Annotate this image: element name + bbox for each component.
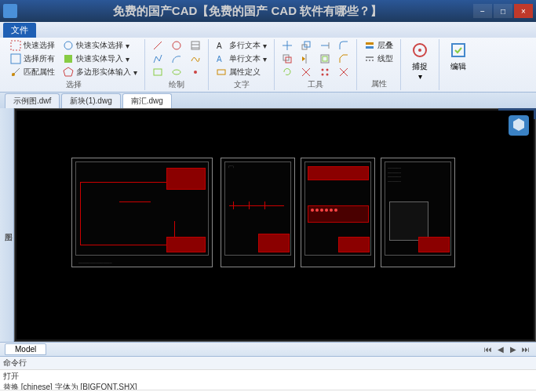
drawing-sheet: ┌─┐ [221,158,295,267]
quick-select-button[interactable]: 快速选择 [8,39,57,52]
svg-rect-7 [154,69,162,75]
close-button[interactable]: × [514,4,533,18]
ribbon-group-draw: 绘制 [145,39,209,90]
polygon-entity-input-button[interactable]: 多边形实体输入▾ [60,66,140,78]
drawing-sheet [301,158,375,267]
quick-entity-import-button[interactable]: 快速实体导入▾ [60,53,140,65]
hatch-tool[interactable] [188,39,203,52]
svg-point-28 [326,69,329,71]
ribbon-group-edit: 编辑 [439,39,477,90]
rect-tool[interactable] [150,66,166,78]
svg-point-13 [194,71,197,74]
model-tab[interactable]: Model [5,343,46,355]
svg-rect-4 [64,55,72,63]
svg-point-8 [173,42,180,49]
ribbon: 快速选择 选择所有 匹配属性 快速实体选择▾ 快速实体导入▾ 多边形实体输入▾ … [0,38,536,93]
svg-point-29 [322,74,324,76]
command-log: 打开 替换 [chinese] 字体为 [BIGFONT.SHX] [0,369,536,390]
svg-rect-32 [366,46,374,49]
command-header: 命令行 [0,357,536,369]
ribbon-group-label: 选择 [8,78,140,91]
drawing-canvas[interactable]: ─────────────── ┌─┐ [16,111,534,339]
doc-tab-active[interactable]: 南汇.dwg [122,93,172,108]
match-props-button[interactable]: 匹配属性 [8,66,57,78]
svg-line-6 [154,42,162,49]
svg-text:A: A [217,55,222,64]
svg-rect-16 [217,70,225,74]
copy-tool[interactable] [279,53,295,65]
scale-tool[interactable] [298,39,314,52]
ribbon-group-tools: 工具 [275,39,357,90]
spline-tool[interactable] [188,53,203,65]
model-layout-tabs: Model ⏮ ◀ ▶ ⏭ [0,342,536,356]
window-title: 免费的国产CAD【免费的国产 CAD 软件有哪些？】 [22,4,473,19]
workspace: 图层 左侧栏 − ❐ × ─────────────── [0,108,536,342]
edit-button[interactable]: 编辑 [444,39,472,74]
ellipse-tool[interactable] [169,66,184,78]
snap-button[interactable]: 捕捉▾ [406,39,434,82]
ribbon-group-label: 绘制 [150,78,203,91]
side-panel[interactable]: 图层 左侧栏 [0,108,14,342]
ribbon-group-snap: 捕捉▾ [401,39,439,90]
mtext-button[interactable]: A多行文本▾ [213,39,269,52]
drawing-sheet: ──────────────────────── [381,158,455,267]
viewcube-icon[interactable] [509,115,529,136]
array-tool[interactable] [317,66,333,78]
ribbon-group-label: 文字 [213,78,269,91]
point-tool[interactable] [188,66,203,78]
ribbon-group-props: 层叠 线型 属性 [357,39,401,90]
text-button[interactable]: A单行文本▾ [213,53,269,65]
menubar: 文件 [0,22,536,38]
ribbon-group-text: A多行文本▾ A单行文本▾ 属性定义 文字 [209,39,275,90]
tab-nav-next[interactable]: ▶ [508,344,519,355]
linetype-button[interactable]: 线型 [362,53,396,65]
titlebar: 免费的国产CAD【免费的国产 CAD 软件有哪些？】 − □ × [0,0,536,22]
svg-point-3 [64,42,72,49]
ribbon-group-label: 工具 [279,78,352,91]
app-logo [3,4,17,18]
svg-text:A: A [217,42,222,50]
svg-point-2 [12,73,15,76]
svg-point-27 [322,69,324,71]
svg-rect-31 [366,42,374,45]
quick-entity-select-button[interactable]: 快速实体选择▾ [60,39,140,52]
chamfer-tool[interactable] [336,53,352,65]
tab-nav: ⏮ ◀ ▶ ⏭ [483,344,531,355]
offset-tool[interactable] [317,53,333,65]
rotate-tool[interactable] [279,66,295,78]
command-area: 命令行 打开 替换 [chinese] 字体为 [BIGFONT.SHX] 命令… [0,356,536,392]
layers-button[interactable]: 层叠 [362,39,396,52]
doc-tab[interactable]: 示例图.dwf [5,93,60,108]
line-tool[interactable] [150,39,166,52]
log-line: 替换 [chinese] 字体为 [BIGFONT.SHX] [3,382,533,390]
tab-nav-first[interactable]: ⏮ [483,344,494,355]
arc-tool[interactable] [169,53,184,65]
tab-nav-prev[interactable]: ◀ [495,344,506,355]
file-menu-tab[interactable]: 文件 [3,23,36,38]
drawing-sheet: ─────────────── [71,158,213,267]
maximize-button[interactable]: □ [494,4,512,18]
doc-tab[interactable]: 新块(1).dwg [61,93,120,108]
svg-point-30 [326,74,329,76]
svg-rect-1 [11,54,20,64]
fillet-tool[interactable] [336,39,352,52]
circle-tool[interactable] [169,39,184,52]
document-tabs: 示例图.dwf 新块(1).dwg 南汇.dwg [0,93,536,108]
ribbon-group-label: 属性 [362,78,396,90]
minimize-button[interactable]: − [473,4,492,18]
svg-rect-37 [452,44,465,56]
explode-tool[interactable] [336,66,352,78]
svg-rect-0 [11,41,20,50]
tab-nav-last[interactable]: ⏭ [520,344,531,355]
attdef-button[interactable]: 属性定义 [213,66,269,78]
canvas-viewport[interactable]: − ❐ × ─────────────── [14,108,536,342]
trim-tool[interactable] [298,66,314,78]
polyline-tool[interactable] [150,53,166,65]
extend-tool[interactable] [317,39,333,52]
select-all-button[interactable]: 选择所有 [8,53,57,65]
svg-marker-5 [64,67,73,76]
move-tool[interactable] [279,39,295,52]
window-controls: − □ × [473,4,533,18]
ribbon-group-select: 快速选择 选择所有 匹配属性 快速实体选择▾ 快速实体导入▾ 多边形实体输入▾ … [3,39,145,90]
mirror-tool[interactable] [298,53,314,65]
